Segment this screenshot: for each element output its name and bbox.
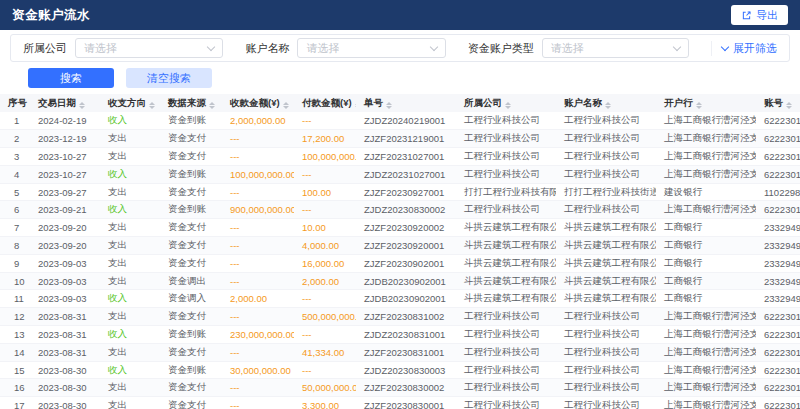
cell-account-name: 斗拱云建筑工程有限公司 <box>556 290 656 308</box>
cell-direction: 收入 <box>100 361 160 379</box>
cell-date: 2023-12-19 <box>30 130 100 148</box>
company-select[interactable]: 请选择 <box>75 38 223 58</box>
cell-pay: --- <box>294 290 356 308</box>
sort-caret-icon[interactable] <box>696 102 702 110</box>
sort-caret-icon[interactable] <box>605 102 611 110</box>
table-row: 132023-08-31收入资金到账230,000,000.00---ZJDZ2… <box>0 326 800 344</box>
sort-caret-icon[interactable] <box>283 102 289 110</box>
cell-company: 斗拱云建筑工程有限公司 <box>456 237 556 255</box>
table-row: 82023-09-20支出资金支付---4,000.00ZJZF20230920… <box>0 237 800 255</box>
account-type-select[interactable]: 请选择 <box>542 38 689 58</box>
cell-receive: 900,000,000.00 <box>222 201 294 219</box>
cell-account-no: 62223011 <box>756 397 800 409</box>
column-header-5[interactable]: 付款金额(¥) <box>294 94 356 112</box>
table-row: 62023-09-21收入资金到账900,000,000.00---ZJDZ20… <box>0 201 800 219</box>
cell-no: 5 <box>0 183 30 201</box>
cell-pay: --- <box>294 165 356 183</box>
cell-bank: 上海工商银行漕河泾支行 <box>656 165 756 183</box>
cell-bank: 上海工商银行漕河泾支行 <box>656 112 756 130</box>
table-row: 52023-09-27支出资金支付---100.00ZJZF2023092700… <box>0 183 800 201</box>
sort-caret-icon[interactable] <box>355 102 356 110</box>
cell-receive: 100,000,000.00 <box>222 165 294 183</box>
column-header-label: 收支方向 <box>108 97 146 108</box>
cell-account-no: 23329499 <box>756 272 800 290</box>
filter-label: 所属公司 <box>23 41 67 56</box>
column-header-4[interactable]: 收款金额(¥) <box>222 94 294 112</box>
column-header-2[interactable]: 收支方向 <box>100 94 160 112</box>
sort-caret-icon[interactable] <box>386 102 392 110</box>
column-header-7[interactable]: 所属公司 <box>456 94 556 112</box>
clear-search-button[interactable]: 清空搜索 <box>126 68 212 88</box>
cell-source: 资金调入 <box>160 290 222 308</box>
column-header-label: 账号 <box>764 97 783 108</box>
cell-company: 工程行业科技公司 <box>456 165 556 183</box>
column-header-1[interactable]: 交易日期 <box>30 94 100 112</box>
cell-direction: 收入 <box>100 201 160 219</box>
cell-bank: 上海工商银行漕河泾支行 <box>656 379 756 397</box>
cell-no: 11 <box>0 290 30 308</box>
column-header-8[interactable]: 账户名称 <box>556 94 656 112</box>
column-header-9[interactable]: 开户行 <box>656 94 756 112</box>
cell-no: 8 <box>0 237 30 255</box>
cell-order: ZJZF20230920002 <box>356 219 456 237</box>
cell-no: 2 <box>0 130 30 148</box>
cell-receive: --- <box>222 272 294 290</box>
cell-source: 资金支付 <box>160 183 222 201</box>
cell-direction: 收入 <box>100 326 160 344</box>
cell-bank: 工商银行 <box>656 290 756 308</box>
cell-company: 工程行业科技公司 <box>456 397 556 409</box>
cell-date: 2023-08-31 <box>30 308 100 326</box>
account-name-select[interactable]: 请选择 <box>297 38 445 58</box>
cell-account-no: 62223011 <box>756 165 800 183</box>
cell-direction: 支出 <box>100 343 160 361</box>
filter-label: 资金账户类型 <box>468 41 534 56</box>
cell-direction: 收入 <box>100 165 160 183</box>
cell-bank: 上海工商银行漕河泾支行 <box>656 130 756 148</box>
sort-caret-icon[interactable] <box>505 102 511 110</box>
cell-source: 资金到账 <box>160 201 222 219</box>
sort-caret-icon[interactable] <box>786 102 792 110</box>
column-header-10[interactable]: 账号 <box>756 94 800 112</box>
cell-account-no: 62223011 <box>756 112 800 130</box>
sort-caret-icon[interactable] <box>209 102 215 110</box>
cell-company: 工程行业科技公司 <box>456 379 556 397</box>
cell-account-no: 62223011 <box>756 308 800 326</box>
cell-date: 2023-10-27 <box>30 165 100 183</box>
column-header-3[interactable]: 数据来源 <box>160 94 222 112</box>
cell-date: 2023-08-30 <box>30 397 100 409</box>
cell-account-name: 工程行业科技公司 <box>556 201 656 219</box>
expand-filters-link[interactable]: 展开筛选 <box>711 41 777 56</box>
column-header-6[interactable]: 单号 <box>356 94 456 112</box>
cell-bank: 建设银行 <box>656 183 756 201</box>
cell-receive: --- <box>222 379 294 397</box>
cell-account-name: 斗拱云建筑工程有限公司 <box>556 254 656 272</box>
cell-order: ZJZF20230830001 <box>356 397 456 409</box>
cell-receive: 2,000,000.00 <box>222 112 294 130</box>
search-button[interactable]: 搜索 <box>28 68 114 88</box>
sort-caret-icon[interactable] <box>149 102 155 110</box>
column-header-label: 交易日期 <box>38 97 76 108</box>
cell-source: 资金到账 <box>160 165 222 183</box>
cell-account-name: 打打工程行业科技街道 <box>556 183 656 201</box>
sort-caret-icon[interactable] <box>79 102 85 110</box>
cell-order: ZJDZ20230830002 <box>356 201 456 219</box>
column-header-label: 收款金额(¥) <box>230 97 280 108</box>
cell-source: 资金支付 <box>160 237 222 255</box>
filter-group: 账户名称请选择 <box>245 38 445 58</box>
cell-bank: 上海工商银行漕河泾支行 <box>656 343 756 361</box>
cell-direction: 支出 <box>100 130 160 148</box>
actions-bar: 搜索 清空搜索 <box>28 68 800 88</box>
cell-no: 13 <box>0 326 30 344</box>
cell-company: 斗拱云建筑工程有限公司 <box>456 272 556 290</box>
cell-source: 资金支付 <box>160 219 222 237</box>
cell-bank: 工商银行 <box>656 254 756 272</box>
cell-direction: 支出 <box>100 183 160 201</box>
cell-bank: 上海工商银行漕河泾支行 <box>656 326 756 344</box>
export-button[interactable]: 导出 <box>731 5 788 25</box>
cell-receive: --- <box>222 343 294 361</box>
cell-date: 2023-09-21 <box>30 201 100 219</box>
cell-order: ZJZF20230927001 <box>356 183 456 201</box>
cell-source: 资金支付 <box>160 343 222 361</box>
cell-bank: 上海工商银行漕河泾支行 <box>656 361 756 379</box>
cell-company: 工程行业科技公司 <box>456 326 556 344</box>
